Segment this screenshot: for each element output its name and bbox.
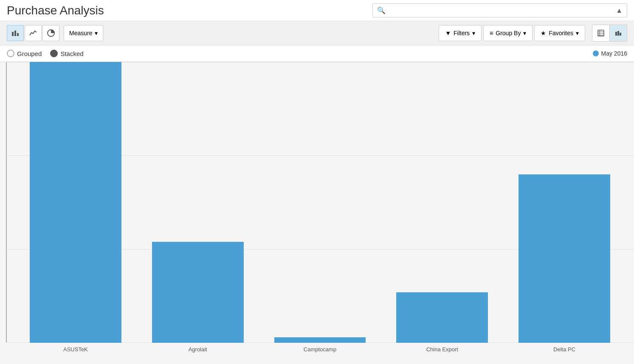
bar-group [137, 62, 259, 343]
group-by-label: Group By [496, 30, 521, 36]
search-icon[interactable]: 🔍 [377, 6, 386, 14]
favorites-button[interactable]: ★ Favorites ▾ [534, 25, 585, 41]
stacked-radio[interactable] [50, 50, 58, 57]
filters-label: Filters [454, 30, 470, 36]
svg-rect-11 [620, 33, 621, 36]
table-view-button[interactable] [592, 25, 610, 41]
svg-rect-9 [615, 32, 617, 36]
toolbar-left: Measure ▾ [7, 25, 437, 41]
bar-group [503, 62, 626, 343]
filters-dropdown-icon: ▾ [472, 30, 475, 36]
bar-group [381, 62, 503, 343]
favorites-icon: ★ [541, 30, 546, 36]
x-axis-label: China Export [381, 346, 503, 353]
grouped-radio[interactable] [7, 50, 14, 57]
bar[interactable] [30, 62, 121, 343]
legend-color-dot [593, 50, 599, 56]
chart-options: Grouped Stacked May 2016 [0, 45, 634, 62]
filter-icon: ▼ [445, 30, 451, 36]
bar-chart-button[interactable] [7, 25, 24, 41]
group-by-icon: ≡ [490, 30, 493, 36]
bar-chart-icon [11, 29, 19, 37]
line-chart-button[interactable] [25, 25, 42, 41]
line-chart-icon [29, 29, 37, 37]
legend-label: May 2016 [601, 50, 627, 57]
filter-group: ▼ Filters ▾ ≡ Group By ▾ ★ Favorites ▾ [439, 25, 585, 41]
bar-group [259, 62, 381, 343]
pie-chart-button[interactable] [42, 25, 59, 41]
filters-button[interactable]: ▼ Filters ▾ [439, 25, 482, 41]
grouped-label: Grouped [17, 50, 42, 57]
pie-chart-icon [47, 29, 55, 37]
svg-rect-10 [617, 31, 619, 36]
svg-rect-2 [17, 33, 19, 36]
chart-icon [615, 30, 622, 36]
x-axis-label: ASUSTeK [14, 346, 137, 353]
search-expand-button[interactable]: ▲ [616, 7, 623, 14]
chart-legend: May 2016 [593, 50, 627, 57]
chart-area: ASUSTeKAgrolaitCamptocampChina ExportDel… [0, 62, 634, 356]
view-buttons [592, 25, 627, 42]
group-by-button[interactable]: ≡ Group By ▾ [483, 25, 533, 41]
stacked-option[interactable]: Stacked [50, 50, 83, 57]
stacked-label: Stacked [60, 50, 83, 57]
favorites-label: Favorites [549, 30, 573, 36]
measure-label: Measure [69, 30, 92, 36]
svg-rect-1 [14, 31, 16, 36]
page-title: Purchase Analysis [7, 4, 104, 17]
group-by-dropdown-icon: ▾ [523, 30, 526, 36]
measure-button[interactable]: Measure ▾ [64, 25, 103, 41]
bar[interactable] [518, 174, 610, 343]
view-toggle [592, 25, 627, 42]
svg-rect-0 [12, 32, 14, 36]
grouped-option[interactable]: Grouped [7, 50, 42, 57]
search-bar: 🔍 ▲ [372, 3, 627, 17]
bar-group [14, 62, 137, 343]
table-icon [597, 30, 604, 36]
top-bar: Purchase Analysis 🔍 ▲ [0, 0, 634, 21]
bar[interactable] [274, 337, 366, 343]
chart-view-button[interactable] [610, 25, 627, 41]
bars-area [6, 62, 634, 343]
x-axis-label: Camptocamp [259, 346, 381, 353]
chart-container: ASUSTeKAgrolaitCamptocampChina ExportDel… [0, 62, 634, 356]
toolbar: Measure ▾ ▼ Filters ▾ ≡ Group By ▾ ★ Fav… [0, 21, 634, 45]
x-axis-labels: ASUSTeKAgrolaitCamptocampChina ExportDel… [6, 343, 634, 356]
measure-dropdown-icon: ▾ [95, 30, 98, 36]
search-input[interactable] [388, 7, 616, 14]
x-axis-label: Delta PC [503, 346, 626, 353]
x-axis-label: Agrolait [137, 346, 259, 353]
bar[interactable] [152, 242, 244, 343]
bar[interactable] [396, 292, 488, 343]
favorites-dropdown-icon: ▾ [576, 30, 579, 36]
